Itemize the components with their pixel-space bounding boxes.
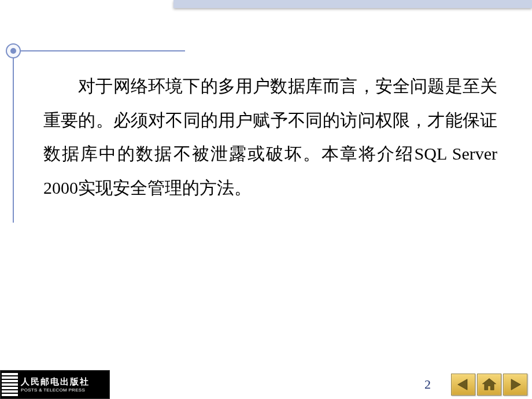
horizontal-divider — [20, 50, 185, 51]
home-button[interactable] — [477, 374, 501, 396]
navigation-controls — [451, 374, 527, 396]
home-icon — [481, 376, 497, 393]
vertical-divider — [13, 58, 14, 223]
top-accent-bar — [173, 0, 532, 8]
prev-button[interactable] — [451, 374, 475, 396]
triangle-right-icon — [507, 376, 523, 393]
next-button[interactable] — [503, 374, 527, 396]
publisher-name-cn: 人民邮电出版社 — [21, 376, 109, 387]
bullet-marker-icon — [6, 43, 21, 58]
slide-body-text: 对于网络环境下的多用户数据库而言，安全问题是至关重要的。必须对不同的用户赋予不同… — [43, 69, 497, 205]
triangle-left-icon — [455, 376, 471, 393]
logo-stripes-icon — [2, 372, 18, 397]
publisher-logo: 人民邮电出版社 POSTS & TELECOM PRESS — [0, 370, 110, 399]
page-number: 2 — [424, 377, 431, 392]
paragraph-text: 对于网络环境下的多用户数据库而言，安全问题是至关重要的。必须对不同的用户赋予不同… — [43, 76, 497, 197]
publisher-name-en: POSTS & TELECOM PRESS — [21, 387, 109, 393]
